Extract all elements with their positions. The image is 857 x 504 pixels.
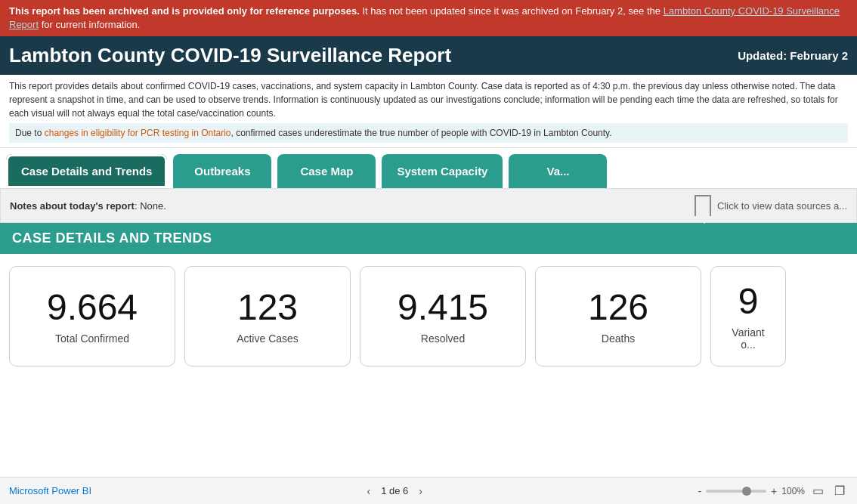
description-section: This report provides details about confi… [0,75,857,148]
tab-va[interactable]: Va... [509,154,607,188]
fullscreen-button[interactable]: ❐ [831,482,848,499]
total-confirmed-label: Total Confirmed [55,332,129,345]
pcr-link[interactable]: changes in eligibility for PCR testing i… [45,128,231,138]
deaths-label: Deaths [602,332,635,345]
notes-text: Notes about today's report: None. [10,200,166,212]
notes-bar: Notes about today's report: None. Click … [0,188,857,223]
zoom-slider-thumb [742,487,751,496]
warning-text: Due to changes in eligibility for PCR te… [9,123,848,143]
active-cases-number: 123 [237,288,298,328]
active-cases-label: Active Cases [237,332,299,345]
tab-case-map[interactable]: Case Map [277,154,376,188]
section-header: CASE DETAILS AND TRENDS [0,223,857,254]
pagination: ‹ 1 de 6 › [363,484,428,499]
zoom-bar: - + 100% ▭ ❐ [698,482,848,499]
page-info: 1 de 6 [381,485,408,496]
stat-variant: 9 Variant o... [710,266,786,366]
stat-total-confirmed: 9.664 Total Confirmed [9,266,175,366]
archive-banner: This report has been archived and is pro… [0,0,857,36]
bookmark-icon [695,195,711,216]
tab-outbreaks[interactable]: Outbreaks [173,154,271,188]
prev-page-button[interactable]: ‹ [363,484,376,499]
header: Lambton County COVID-19 Surveillance Rep… [0,36,857,75]
data-sources-text[interactable]: Click to view data sources a... [717,200,847,212]
resolved-label: Resolved [421,332,465,345]
archive-banner-bold: This report has been archived and is pro… [9,5,360,17]
section-title: CASE DETAILS AND TRENDS [12,230,212,246]
zoom-minus[interactable]: - [698,485,701,497]
archive-banner-text: It has not been updated since it was arc… [362,5,625,17]
nav-tabs: Case Details and Trends Outbreaks Case M… [0,148,857,188]
powerbi-link[interactable]: Microsoft Power BI [9,485,91,496]
notes-value: None. [140,200,166,212]
data-sources-section[interactable]: Click to view data sources a... [695,195,847,216]
warning-prefix: Due to [15,128,45,138]
report-title: Lambton County COVID-19 Surveillance Rep… [9,44,451,67]
variant-number: 9 [738,282,759,322]
next-page-button[interactable]: › [414,484,427,499]
tab-case-details[interactable]: Case Details and Trends [6,154,167,188]
notes-label: Notes about today's report [10,200,135,212]
zoom-slider[interactable] [706,490,766,493]
total-confirmed-number: 9.664 [47,288,138,328]
zoom-level: 100% [781,486,805,496]
stats-area: 9.664 Total Confirmed 123 Active Cases 9… [0,254,857,379]
fit-page-button[interactable]: ▭ [809,482,827,499]
stat-resolved: 9.415 Resolved [360,266,526,366]
variant-label: Variant o... [723,326,773,351]
stat-active-cases: 123 Active Cases [184,266,351,366]
bottom-bar: Microsoft Power BI ‹ 1 de 6 › - + 100% ▭… [0,477,857,504]
description-text: This report provides details about confi… [9,79,848,120]
deaths-number: 126 [588,288,648,328]
tab-system-capacity[interactable]: System Capacity [382,154,503,188]
report-updated: Updated: February 2 [738,49,848,62]
stat-deaths: 126 Deaths [535,266,701,366]
warning-suffix: , confirmed cases underestimate the true… [231,128,612,138]
resolved-number: 9.415 [398,288,488,328]
zoom-plus[interactable]: + [771,485,777,497]
archive-banner-suffix: for current information. [42,19,141,30]
